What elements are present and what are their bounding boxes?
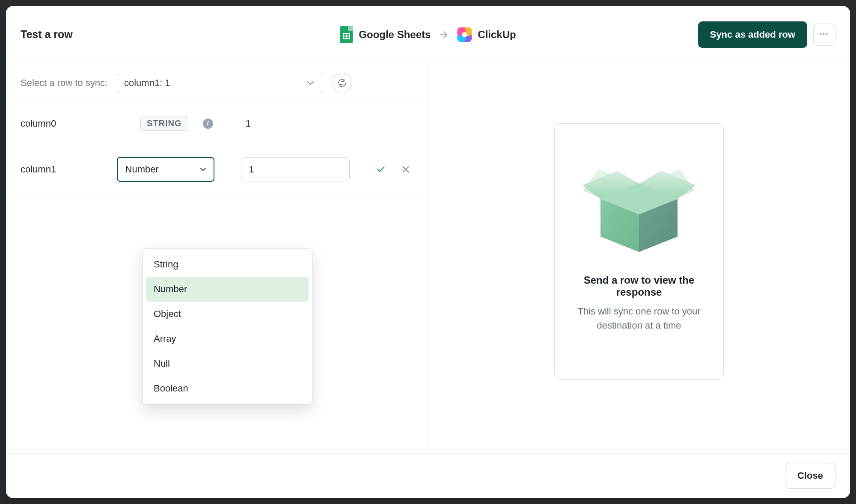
empty-state-title: Send a row to view the response — [567, 274, 711, 298]
confirm-button[interactable] — [374, 162, 388, 177]
arrow-right-icon — [438, 29, 449, 40]
refresh-button[interactable] — [332, 73, 352, 93]
right-pane: Send a row to view the response This wil… — [428, 63, 850, 453]
type-option-object[interactable]: Object — [146, 302, 309, 326]
row-selector-dropdown[interactable]: column1: 1 — [117, 73, 322, 93]
column-row: column0 STRING i 1 — [6, 103, 428, 144]
type-select-dropdown[interactable]: Number — [117, 157, 214, 182]
row-selector-value: column1: 1 — [124, 77, 170, 89]
empty-state-card: Send a row to view the response This wil… — [554, 123, 724, 380]
modal-body: Select a row to sync: column1: 1 column — [6, 63, 850, 453]
integration-breadcrumb: Google Sheets ClickUp — [340, 26, 516, 43]
open-box-icon — [575, 148, 703, 254]
check-icon — [376, 163, 386, 175]
source-app: Google Sheets — [340, 26, 431, 43]
type-option-array[interactable]: Array — [146, 326, 309, 351]
type-option-number[interactable]: Number — [146, 277, 309, 302]
cancel-button[interactable] — [398, 162, 413, 177]
chevron-down-icon — [306, 80, 315, 86]
row-selector-bar: Select a row to sync: column1: 1 — [6, 63, 428, 103]
destination-app: ClickUp — [457, 27, 516, 42]
type-option-boolean[interactable]: Boolean — [146, 376, 309, 401]
column-name: column0 — [21, 118, 132, 129]
modal-title: Test a row — [21, 28, 73, 41]
type-select-value: Number — [125, 164, 159, 175]
sync-button[interactable]: Sync as added row — [698, 21, 807, 48]
type-option-null[interactable]: Null — [146, 351, 309, 376]
info-icon[interactable]: i — [203, 119, 213, 129]
google-sheets-icon — [340, 26, 353, 43]
header-actions: Sync as added row ··· — [698, 21, 835, 48]
source-app-name: Google Sheets — [359, 29, 431, 41]
close-icon — [401, 164, 410, 175]
column-value: 1 — [246, 118, 251, 129]
left-pane: Select a row to sync: column1: 1 column — [6, 63, 428, 453]
column-name: column1 — [21, 164, 108, 175]
empty-state-subtitle: This will sync one row to your destinati… — [567, 304, 711, 332]
test-row-modal: Test a row Google Sheets ClickUp Sync as… — [6, 6, 850, 498]
chevron-down-icon — [198, 165, 208, 174]
destination-app-name: ClickUp — [478, 29, 516, 41]
type-options-popup: String Number Object Array Null Boolean — [142, 248, 312, 405]
close-button[interactable]: Close — [785, 463, 835, 489]
type-option-string[interactable]: String — [146, 252, 309, 277]
modal-header: Test a row Google Sheets ClickUp Sync as… — [6, 6, 850, 63]
refresh-icon — [337, 78, 347, 88]
clickup-icon — [457, 27, 472, 42]
type-badge: STRING — [140, 116, 188, 131]
row-selector-label: Select a row to sync: — [21, 77, 107, 89]
more-options-button[interactable]: ··· — [813, 24, 835, 46]
value-input[interactable] — [241, 157, 350, 181]
column-row-editing: column1 Number — [6, 144, 428, 195]
modal-footer: Close — [6, 453, 850, 498]
